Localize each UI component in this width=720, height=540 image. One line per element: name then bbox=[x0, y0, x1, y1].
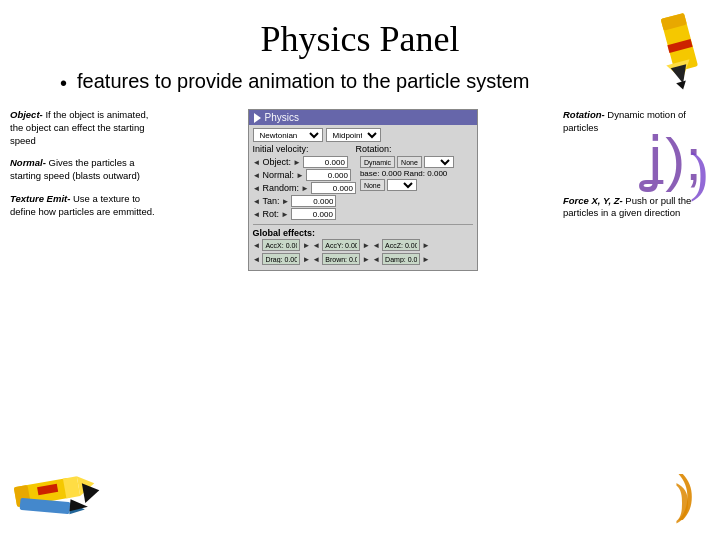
field-tan-input[interactable] bbox=[291, 195, 336, 207]
rotation-rand-label: Rand: 0.000 bbox=[404, 169, 448, 178]
panel-titlebar: Physics bbox=[249, 110, 477, 125]
global-row-2: ◄ ► ◄ ► ◄ ► bbox=[253, 253, 473, 265]
velocity-fields: ◄ Object: ► ◄ Normal: ► ◄ bbox=[253, 156, 356, 221]
drag-dec[interactable]: ◄ bbox=[253, 255, 261, 264]
field-random-dec[interactable]: ◄ bbox=[253, 184, 261, 193]
field-rot-dec[interactable]: ◄ bbox=[253, 210, 261, 219]
field-rot-input[interactable] bbox=[291, 208, 336, 220]
field-object-label: Object: bbox=[262, 157, 291, 167]
field-normal-dec[interactable]: ◄ bbox=[253, 171, 261, 180]
field-tan: ◄ Tan: ► bbox=[253, 195, 356, 207]
field-random-inc[interactable]: ► bbox=[301, 184, 309, 193]
method-row: Newtonian Midpoint bbox=[253, 128, 473, 142]
accy-inc[interactable]: ► bbox=[362, 241, 370, 250]
field-random-input[interactable] bbox=[311, 182, 356, 194]
field-object-inc[interactable]: ► bbox=[293, 158, 301, 167]
physics-panel: Physics Newtonian Midpoint Initial veloc… bbox=[248, 109, 478, 271]
field-tan-dec[interactable]: ◄ bbox=[253, 197, 261, 206]
rotation-base-label: base: 0.000 bbox=[360, 169, 402, 178]
content-area: Object- If the object is animated, the o… bbox=[0, 109, 720, 271]
annotation-normal-title: Normal- bbox=[10, 157, 46, 168]
annotation-texture: Texture Emit- Use a texture to define ho… bbox=[10, 193, 162, 219]
bullet-text: features to provide animation to the par… bbox=[77, 70, 529, 93]
annotation-rotation-title: Rotation- bbox=[563, 109, 605, 120]
annotation-normal: Normal- Gives the particles a starting s… bbox=[10, 157, 162, 183]
field-rot: ◄ Rot: ► bbox=[253, 208, 356, 220]
crayon-decoration-bottomleft bbox=[10, 460, 90, 520]
accy-dec[interactable]: ◄ bbox=[312, 241, 320, 250]
damp-dec[interactable]: ◄ bbox=[372, 255, 380, 264]
annotation-rotation: Rotation- Dynamic motion of particles bbox=[563, 109, 710, 135]
bullet-item: • features to provide animation to the p… bbox=[60, 70, 680, 95]
rotation-dynamic-btn[interactable]: Dynamic bbox=[360, 156, 395, 168]
integrator-select[interactable]: Midpoint bbox=[326, 128, 381, 142]
rotation-label: Rotation: bbox=[356, 144, 392, 154]
drag-inc[interactable]: ► bbox=[302, 255, 310, 264]
damp-input[interactable] bbox=[382, 253, 420, 265]
field-tan-label: Tan: bbox=[262, 196, 279, 206]
field-normal: ◄ Normal: ► bbox=[253, 169, 356, 181]
svg-rect-12 bbox=[20, 498, 71, 514]
field-object-dec[interactable]: ◄ bbox=[253, 158, 261, 167]
swirl-decoration: ) bbox=[690, 140, 708, 203]
field-normal-inc[interactable]: ► bbox=[296, 171, 304, 180]
panel-divider bbox=[253, 224, 473, 225]
rotation-select2[interactable] bbox=[387, 179, 417, 191]
annotation-force: Force X, Y, Z- Push or pull the particle… bbox=[563, 195, 710, 221]
accx-inc[interactable]: ► bbox=[302, 241, 310, 250]
panel-title: Physics bbox=[265, 112, 299, 123]
accx-input[interactable] bbox=[262, 239, 300, 251]
field-normal-input[interactable] bbox=[306, 169, 351, 181]
global-effects-label: Global effects: bbox=[253, 228, 473, 238]
annotation-object-title: Object- bbox=[10, 109, 43, 120]
accz-input[interactable] bbox=[382, 239, 420, 251]
swirl-bottom: ) bbox=[675, 473, 690, 525]
rotation-select1[interactable] bbox=[424, 156, 454, 168]
annotation-object: Object- If the object is animated, the o… bbox=[10, 109, 162, 147]
field-object: ◄ Object: ► bbox=[253, 156, 356, 168]
page-title: Physics Panel bbox=[0, 0, 720, 70]
center-panel: Physics Newtonian Midpoint Initial veloc… bbox=[170, 109, 555, 271]
initial-velocity-label: Initial velocity: bbox=[253, 144, 343, 154]
accy-input[interactable] bbox=[322, 239, 360, 251]
brown-input[interactable] bbox=[322, 253, 360, 265]
field-rot-label: Rot: bbox=[262, 209, 279, 219]
rotation-dynamic-row: Dynamic None bbox=[360, 156, 454, 168]
rotation-none2-btn[interactable]: None bbox=[360, 179, 385, 191]
method-select[interactable]: Newtonian bbox=[253, 128, 323, 142]
accz-inc[interactable]: ► bbox=[422, 241, 430, 250]
drag-input[interactable] bbox=[262, 253, 300, 265]
brown-inc[interactable]: ► bbox=[362, 255, 370, 264]
panel-body: Newtonian Midpoint Initial velocity: Rot… bbox=[249, 125, 477, 270]
global-row-1: ◄ ► ◄ ► ◄ ► bbox=[253, 239, 473, 251]
rotation-none2-row: None bbox=[360, 179, 454, 191]
annotation-texture-title: Texture Emit- bbox=[10, 193, 70, 204]
field-random: ◄ Random: ► bbox=[253, 182, 356, 194]
crayon-decoration-topright bbox=[650, 0, 710, 90]
field-tan-inc[interactable]: ► bbox=[281, 197, 289, 206]
annotation-force-title: Force X, Y, Z- bbox=[563, 195, 623, 206]
panel-collapse-icon[interactable] bbox=[254, 113, 261, 123]
bullet-dot: • bbox=[60, 72, 67, 95]
left-annotations: Object- If the object is animated, the o… bbox=[10, 109, 170, 271]
field-normal-label: Normal: bbox=[262, 170, 294, 180]
rotation-controls: Dynamic None base: 0.000 Rand: 0.000 Non… bbox=[360, 156, 454, 221]
rotation-none1-btn[interactable]: None bbox=[397, 156, 422, 168]
velocity-rotation-labels: Initial velocity: Rotation: bbox=[253, 144, 473, 154]
brown-dec[interactable]: ◄ bbox=[312, 255, 320, 264]
rotation-base-row: base: 0.000 Rand: 0.000 bbox=[360, 169, 454, 178]
accx-dec[interactable]: ◄ bbox=[253, 241, 261, 250]
fields-rotation-container: ◄ Object: ► ◄ Normal: ► ◄ bbox=[253, 156, 473, 221]
damp-inc[interactable]: ► bbox=[422, 255, 430, 264]
bullet-section: • features to provide animation to the p… bbox=[0, 70, 720, 95]
field-rot-inc[interactable]: ► bbox=[281, 210, 289, 219]
field-random-label: Random: bbox=[262, 183, 299, 193]
field-object-input[interactable] bbox=[303, 156, 348, 168]
accz-dec[interactable]: ◄ bbox=[372, 241, 380, 250]
svg-marker-5 bbox=[676, 81, 688, 90]
right-annotations: Rotation- Dynamic motion of particles Fo… bbox=[555, 109, 710, 271]
